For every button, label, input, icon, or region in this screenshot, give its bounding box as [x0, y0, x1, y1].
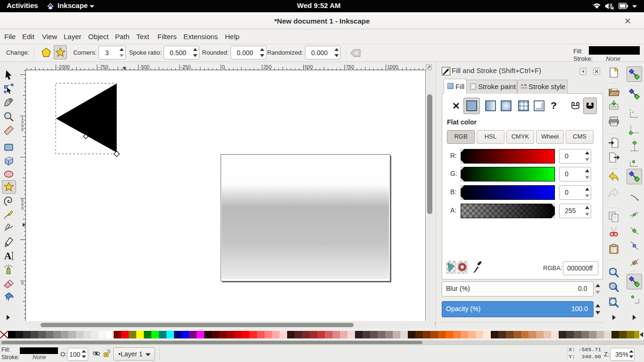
svg-text:0: 0 — [21, 281, 24, 286]
svg-text:750: 750 — [346, 65, 355, 70]
svg-text:-750: -750 — [99, 65, 108, 70]
svg-text:0: 0 — [21, 206, 24, 211]
svg-text:0: 0 — [21, 127, 24, 132]
svg-text:500: 500 — [305, 65, 313, 70]
svg-text:250: 250 — [264, 65, 272, 70]
svg-text:-500: -500 — [140, 65, 149, 70]
svg-text:-1000: -1000 — [57, 65, 70, 70]
svg-text:-250: -250 — [181, 65, 191, 70]
svg-text:1000: 1000 — [387, 65, 398, 70]
svg-text:0: 0 — [222, 65, 225, 70]
svg-text:A: A — [4, 250, 12, 261]
